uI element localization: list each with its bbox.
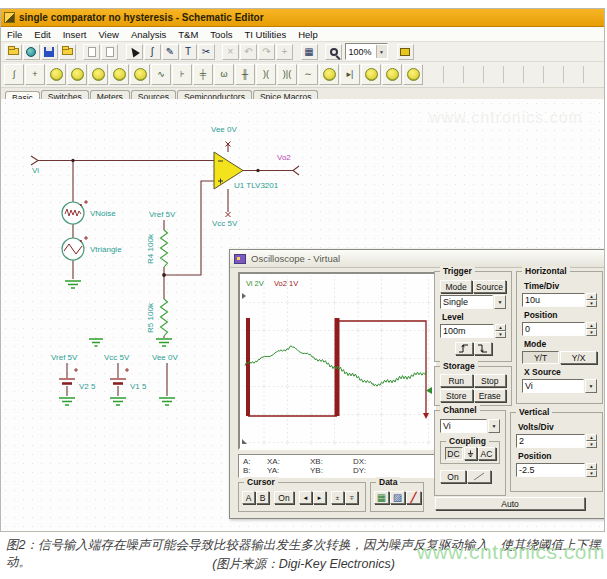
current-source-icon[interactable] (88, 64, 108, 85)
coupling-dc-button[interactable]: DC (445, 447, 463, 460)
spinner-arrows[interactable]: ▲▼ (586, 322, 597, 336)
xsource-select[interactable]: Vi ▼ (522, 379, 597, 393)
coupling-ac-button[interactable]: AC (478, 447, 496, 460)
battery-icon[interactable]: ╫ (235, 64, 255, 85)
zoom-in-icon[interactable]: + (276, 44, 293, 60)
data-edit-button[interactable]: ╱ (406, 491, 421, 504)
resistor-icon[interactable]: ∿ (151, 64, 171, 85)
copy-icon[interactable] (83, 44, 100, 60)
data-export-button[interactable]: ▨ (390, 491, 405, 504)
channel-slope-button[interactable] (467, 470, 491, 483)
dropdown-arrow-icon[interactable]: ▼ (585, 379, 597, 393)
menu-analysis[interactable]: Analysis (131, 29, 166, 40)
undo-icon[interactable]: ↶ (240, 44, 257, 60)
potentiometer-icon[interactable]: ⊦ (172, 64, 192, 85)
diode-icon[interactable]: ▸| (340, 64, 360, 85)
mode-yt-button[interactable]: Y/T (522, 351, 559, 364)
cursor-left-button[interactable]: ◄ (299, 491, 312, 504)
store-button[interactable]: Store (440, 389, 473, 402)
battery-v1[interactable] (110, 368, 129, 384)
menu-file[interactable]: File (7, 29, 22, 40)
stop-button[interactable]: Stop (474, 374, 507, 387)
zoom-tool-icon[interactable] (325, 44, 342, 60)
source-vnoise[interactable] (62, 200, 88, 224)
redo-icon[interactable]: ↷ (258, 44, 275, 60)
trigger-falling-edge-button[interactable] (474, 342, 492, 355)
menu-t-m[interactable]: T&M (178, 29, 198, 40)
cursor-a-button[interactable]: A (242, 491, 255, 504)
dropdown-arrow-icon[interactable]: ▼ (494, 295, 506, 309)
trigger-source-button[interactable]: Source (473, 280, 506, 293)
pin-tool-icon[interactable] (397, 44, 414, 60)
ac-source-icon[interactable]: ∼ (298, 64, 318, 85)
erase-button[interactable]: Erase (474, 389, 507, 402)
resistor-r5[interactable] (161, 299, 168, 336)
paste-icon[interactable] (101, 44, 118, 60)
v-position-spinner[interactable]: -2.5 ▲▼ (516, 463, 597, 477)
h-position-spinner[interactable]: 0 ▲▼ (522, 322, 597, 336)
auto-setup-button[interactable]: Auto (435, 497, 585, 510)
import-file-icon[interactable] (59, 44, 76, 60)
zoom-level-combo[interactable]: 100%▼ (345, 43, 388, 60)
cursor-down-step-button[interactable]: ∓ (345, 491, 358, 504)
ammeter-icon[interactable] (403, 64, 423, 85)
pencil-tool-icon[interactable]: ✎ (162, 44, 179, 60)
trigger-level-spinner[interactable]: 100m ▲▼ (440, 324, 506, 338)
app-titlebar[interactable]: single comparator no hysteresis - Schema… (1, 9, 604, 27)
voltsdiv-spinner[interactable]: 2 ▲▼ (516, 434, 597, 448)
cursor-right-button[interactable]: ► (313, 491, 326, 504)
delete-icon[interactable]: × (222, 44, 239, 60)
select-cursor-icon[interactable] (126, 44, 143, 60)
trigger-mode-button[interactable]: Mode (440, 280, 472, 293)
data-table-button[interactable]: ▦ (374, 491, 389, 504)
inductor-icon[interactable]: ω (214, 64, 234, 85)
timediv-spinner[interactable]: 10u ▲▼ (522, 293, 597, 307)
io-terminal-icon[interactable]: + (25, 64, 45, 85)
text-tool-icon[interactable]: T (180, 44, 197, 60)
mode-yx-button[interactable]: Y/X (560, 351, 597, 364)
output-terminal-vo2[interactable] (293, 166, 299, 175)
spinner-arrows[interactable]: ▲▼ (586, 293, 597, 307)
menu-ti-utilities[interactable]: TI Utilities (245, 29, 287, 40)
open-file-icon[interactable] (5, 44, 22, 60)
menu-help[interactable]: Help (298, 29, 318, 40)
grid-toggle-icon[interactable]: ▦ (301, 44, 318, 60)
dropdown-arrow-icon[interactable]: ▼ (376, 45, 387, 58)
cursor-on-button[interactable]: On (274, 491, 294, 504)
cursor-up-step-button[interactable]: ± (331, 491, 344, 504)
spinner-arrows[interactable]: ▲▼ (586, 463, 597, 477)
wire-icon[interactable]: ∫ (4, 64, 24, 85)
voltmeter-icon[interactable] (382, 64, 402, 85)
channel-on-button[interactable]: On (440, 470, 466, 483)
input-terminal-vi[interactable] (31, 156, 38, 165)
capacitor-icon[interactable]: ╪ (193, 64, 213, 85)
wire-tool-icon[interactable]: ʃ (144, 44, 161, 60)
menu-view[interactable]: View (98, 29, 118, 40)
dropdown-arrow-icon[interactable]: ▼ (488, 419, 500, 433)
save-icon[interactable] (41, 44, 58, 60)
channel-select[interactable]: Vi ▼ (440, 419, 500, 433)
meter-icon[interactable] (361, 64, 381, 85)
coupling-gnd-button[interactable] (464, 447, 477, 460)
trigger-mode-select[interactable]: Single ▼ (440, 295, 506, 309)
voltage-generator-icon[interactable] (67, 64, 87, 85)
current-generator-icon[interactable] (109, 64, 129, 85)
transformer-icon[interactable]: )( (256, 64, 276, 85)
open-web-icon[interactable] (23, 44, 40, 60)
resistor-r4[interactable] (161, 230, 168, 267)
spinner-arrows[interactable]: ▲▼ (586, 434, 597, 448)
relay-icon[interactable] (319, 64, 339, 85)
menu-tools[interactable]: Tools (210, 29, 232, 40)
trigger-rising-edge-button[interactable] (455, 342, 473, 355)
voltage-source-icon[interactable] (46, 64, 66, 85)
run-button[interactable]: Run (440, 374, 473, 387)
schematic-canvas[interactable]: www.cntronics.com (1, 99, 604, 531)
cut-icon[interactable]: ✂ (198, 44, 215, 60)
controlled-source-icon[interactable] (130, 64, 150, 85)
menu-insert[interactable]: Insert (63, 29, 87, 40)
cursor-b-button[interactable]: B (256, 491, 269, 504)
menu-edit[interactable]: Edit (34, 29, 50, 40)
battery-v2[interactable] (59, 368, 78, 384)
source-vtriangle[interactable] (62, 236, 88, 260)
coupled-coils-icon[interactable]: )|( (277, 64, 297, 85)
